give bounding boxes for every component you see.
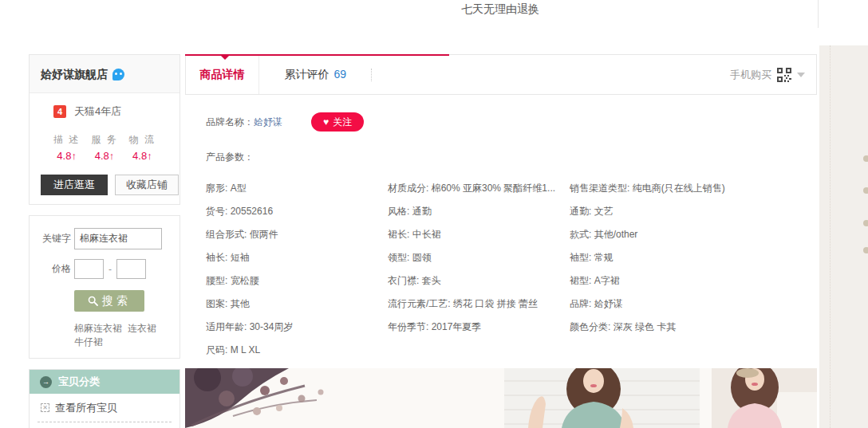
years-label: 天猫4年店 <box>74 104 121 119</box>
shop-search-card: 关键字 价格 - 搜索 棉麻连衣裙连衣裙牛仔裙 <box>29 215 180 359</box>
param-cell <box>388 339 570 362</box>
active-tab-pointer-icon <box>221 56 229 60</box>
param-cell: 适用年龄: 30-34周岁 <box>206 316 388 339</box>
trend-up-icon: ↑ <box>147 150 152 162</box>
price-min-input[interactable] <box>74 259 104 279</box>
years-badge-icon: 4 <box>53 105 66 118</box>
param-cell: 裙长: 中长裙 <box>388 223 570 246</box>
tab-product-detail[interactable]: 商品详情 <box>186 55 259 94</box>
trend-up-icon: ↑ <box>109 150 115 162</box>
brand-row: 品牌名称： 姶妤谋 ♥ 关注 <box>206 95 817 132</box>
param-cell: 材质成分: 棉60% 亚麻30% 聚酯纤维1... <box>388 177 570 200</box>
view-all-items[interactable]: ✕ 查看所有宝贝 <box>37 394 172 422</box>
qr-code-icon <box>777 68 791 82</box>
hot-link[interactable]: 棉麻连衣裙 <box>74 323 122 334</box>
tab-header: 商品详情 累计评价69 手机购买 <box>185 54 817 95</box>
param-cell: 袖长: 短袖 <box>206 246 388 269</box>
top-divider <box>818 0 819 28</box>
shop-card: 姶妤谋旗舰店 4 天猫4年店 描 述 4.8↑ 服 务 4.8↑ 物 流 4.8… <box>29 54 180 205</box>
param-cell <box>570 339 817 362</box>
shop-years-row: 4 天猫4年店 <box>53 104 180 119</box>
rating-describe: 描 述 4.8↑ <box>53 133 80 162</box>
favorite-shop-button[interactable]: 收藏店铺 <box>115 175 179 195</box>
param-cell: 年份季节: 2017年夏季 <box>388 316 570 339</box>
param-cell: 通勤: 文艺 <box>570 200 817 223</box>
shop-name-link[interactable]: 姶妤谋旗舰店 <box>41 68 108 80</box>
param-cell: 尺码: M L XL <box>206 339 388 362</box>
product-photo <box>185 368 817 428</box>
right-rail <box>819 45 868 428</box>
shop-search-button[interactable]: 搜索 <box>74 290 144 312</box>
rail-dotted-line <box>830 45 831 428</box>
tab-reviews[interactable]: 累计评价69 <box>284 55 346 94</box>
param-cell: 品牌: 姶妤谋 <box>570 293 817 316</box>
param-cell: 组合形式: 假两件 <box>206 223 388 246</box>
param-cell: 廓形: A型 <box>206 177 388 200</box>
rail-nav-dot[interactable] <box>863 187 868 194</box>
category-arrow-icon: → <box>40 376 52 388</box>
keyword-input[interactable] <box>74 228 162 249</box>
follow-brand-button[interactable]: ♥ 关注 <box>311 112 364 132</box>
param-cell: 流行元素/工艺: 绣花 口袋 拼接 蕾丝 <box>388 293 570 316</box>
param-cell: 衣门襟: 套头 <box>388 269 570 293</box>
mobile-buy-control[interactable]: 手机购买 <box>730 55 805 94</box>
category-header: → 宝贝分类 <box>30 370 180 394</box>
rail-nav-dot[interactable] <box>863 155 868 162</box>
trend-up-icon: ↑ <box>71 150 77 162</box>
shop-buttons: 进店逛逛 收藏店铺 <box>41 175 180 195</box>
view-all-icon: ✕ <box>41 403 49 412</box>
param-cell: 销售渠道类型: 纯电商(只在线上销售) <box>570 177 817 200</box>
hot-search-links: 棉麻连衣裙连衣裙牛仔裙 <box>74 322 168 349</box>
shop-sidebar: 姶妤谋旗舰店 4 天猫4年店 描 述 4.8↑ 服 务 4.8↑ 物 流 4.8… <box>29 54 180 428</box>
param-cell: 风格: 通勤 <box>388 200 570 223</box>
rail-nav-dot[interactable] <box>863 220 868 226</box>
top-bar: 七天无理由退换 <box>0 0 868 45</box>
product-detail-panel: 品牌名称： 姶妤谋 ♥ 关注 产品参数： 廓形: A型 材质成分: 棉60% 亚… <box>185 95 817 368</box>
keyword-label: 关键字 <box>30 232 71 245</box>
brand-name-link[interactable]: 姶妤谋 <box>254 116 282 129</box>
product-detail-image <box>185 368 817 428</box>
shop-ratings: 描 述 4.8↑ 服 务 4.8↑ 物 流 4.8↑ <box>30 133 180 162</box>
param-cell: 领型: 圆领 <box>388 246 570 269</box>
search-icon <box>88 296 98 306</box>
brand-label: 品牌名称： <box>206 116 254 129</box>
enter-shop-button[interactable]: 进店逛逛 <box>41 175 108 195</box>
hot-link[interactable]: 连衣裙 <box>128 323 156 334</box>
rating-service: 服 务 4.8↑ <box>91 133 117 162</box>
param-cell: 袖型: 常规 <box>570 246 817 269</box>
param-cell: 裙型: A字裙 <box>570 269 817 293</box>
tab-divider <box>371 69 372 81</box>
param-cell: 腰型: 宽松腰 <box>206 269 388 293</box>
price-label: 价格 <box>30 262 71 276</box>
shop-name-header: 姶妤谋旗舰店 <box>30 55 180 93</box>
price-max-input[interactable] <box>116 259 146 279</box>
price-range-dash: - <box>108 264 112 275</box>
hot-link[interactable]: 牛仔裙 <box>74 336 103 348</box>
page: 七天无理由退换 姶妤谋旗舰店 4 天猫4年店 描 述 4.8↑ <box>0 0 868 428</box>
product-main: 商品详情 累计评价69 手机购买 <box>185 54 817 428</box>
heart-icon: ♥ <box>323 116 329 128</box>
chevron-down-icon <box>797 73 805 77</box>
wangwang-chat-icon[interactable] <box>112 69 124 80</box>
param-cell: 图案: 其他 <box>206 293 388 316</box>
return-policy-text: 七天无理由退换 <box>461 2 539 17</box>
param-cell: 颜色分类: 深灰 绿色 卡其 <box>570 316 817 339</box>
rail-nav-dot[interactable] <box>863 247 868 253</box>
reviews-count: 69 <box>333 68 346 80</box>
rating-logistics: 物 流 4.8↑ <box>129 133 156 162</box>
param-cell: 款式: 其他/other <box>570 223 817 246</box>
param-cell: 货号: 20552616 <box>206 200 388 223</box>
params-grid: 廓形: A型 材质成分: 棉60% 亚麻30% 聚酯纤维1... 销售渠道类型:… <box>206 177 817 362</box>
category-card: → 宝贝分类 ✕ 查看所有宝贝 <box>29 369 180 428</box>
params-title: 产品参数： <box>206 151 817 164</box>
